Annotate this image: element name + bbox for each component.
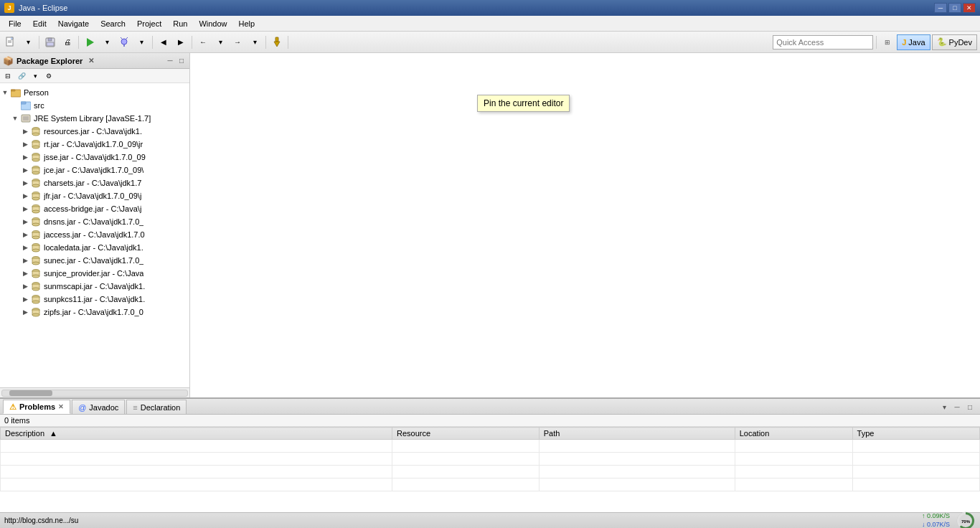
toolbar-save-btn[interactable]	[42, 34, 58, 50]
bottom-panel-menu-btn[interactable]: ▾	[938, 401, 950, 412]
svg-point-29	[32, 159, 39, 161]
toggle-jce-jar[interactable]: ▶	[20, 165, 30, 175]
problems-tab-close-btn[interactable]: ✕	[58, 403, 64, 410]
col-header-type[interactable]: Type	[852, 428, 979, 440]
title-bar-left: J Java - Eclipse	[4, 3, 67, 13]
menu-run[interactable]: Run	[167, 16, 193, 31]
rt-jar-label: rt.jar - C:\Java\jdk1.7.0_09\jr	[44, 140, 143, 148]
tree-item-dnsns-jar[interactable]: ▶ dnsns.jar - C:\Java\jdk1.7.0_	[0, 215, 189, 228]
resource-col-label: Resource	[397, 429, 430, 438]
horizontal-scrollbar[interactable]	[0, 387, 189, 397]
link-editor-btn[interactable]: 🔗	[15, 70, 28, 82]
menu-file[interactable]: File	[3, 16, 27, 31]
menu-help[interactable]: Help	[233, 16, 261, 31]
toolbar-new-dropdown[interactable]: ▾	[20, 34, 36, 50]
scroll-track[interactable]	[1, 390, 188, 397]
tree-item-jre[interactable]: ▼ JRE System Library [JavaSE-1.7]	[0, 112, 189, 125]
bottom-panel-minimize-btn[interactable]: ─	[951, 401, 963, 412]
toolbar-run-dropdown[interactable]: ▾	[99, 34, 115, 50]
toggle-resources-jar[interactable]: ▶	[20, 126, 30, 136]
tree-item-sunjce-provider-jar[interactable]: ▶ sunjce_provider.jar - C:\Java	[0, 267, 189, 280]
tab-problems[interactable]: ⚠ Problems ✕	[3, 400, 70, 414]
toolbar-open-perspective-btn[interactable]: ⊞	[880, 34, 895, 50]
bottom-panel-maximize-btn[interactable]: □	[964, 401, 976, 412]
toggle-jre[interactable]: ▼	[10, 113, 20, 123]
col-header-resource[interactable]: Resource	[392, 428, 540, 440]
toolbar-run-btn[interactable]	[82, 34, 98, 50]
location-col-label: Location	[740, 429, 770, 438]
separator-2	[78, 36, 79, 49]
toggle-sunpkcs11-jar[interactable]: ▶	[20, 294, 30, 304]
toolbar-print-btn[interactable]: 🖨	[60, 34, 75, 50]
pe-view-menu-btn[interactable]: ▾	[29, 70, 42, 82]
toggle-dnsns-jar[interactable]: ▶	[20, 217, 30, 227]
toolbar-next-btn[interactable]: →	[230, 34, 245, 50]
perspective-pydev-btn[interactable]: 🐍 PyDev	[932, 34, 977, 50]
jar-icon	[30, 126, 42, 137]
tree-item-src[interactable]: src	[0, 99, 189, 112]
toolbar-pin-editor-btn[interactable]	[269, 34, 285, 50]
tree-item-jfr-jar[interactable]: ▶ jfr.jar - C:\Java\jdk1.7.0_09\j	[0, 189, 189, 202]
toolbar-prev-dropdown[interactable]: ▾	[212, 34, 228, 50]
toolbar-debug-dropdown[interactable]: ▾	[133, 34, 149, 50]
tree-item-localedata-jar[interactable]: ▶ localedata.jar - C:\Java\jdk1.	[0, 241, 189, 254]
tab-declaration[interactable]: ≡ Declaration	[126, 400, 187, 414]
toggle-charsets-jar[interactable]: ▶	[20, 178, 30, 188]
toggle-jfr-jar[interactable]: ▶	[20, 191, 30, 201]
tree-item-resources-jar[interactable]: ▶ resources.jar - C:\Java\jdk1.	[0, 125, 189, 138]
tree-item-jce-jar[interactable]: ▶ jce.jar - C:\Java\jdk1.7.0_09\	[0, 164, 189, 176]
tree-item-person[interactable]: ▼ Person	[0, 86, 189, 99]
toggle-src[interactable]	[10, 100, 20, 110]
tree-item-sunpkcs11-jar[interactable]: ▶ sunpkcs11.jar - C:\Java\jdk1.	[0, 293, 189, 306]
tree-item-jsse-jar[interactable]: ▶ jsse.jar - C:\Java\jdk1.7.0_09	[0, 151, 189, 164]
toggle-sunec-jar[interactable]: ▶	[20, 255, 30, 265]
toggle-sunmscapi-jar[interactable]: ▶	[20, 281, 30, 291]
src-label: src	[34, 101, 44, 110]
separator-1	[39, 36, 39, 49]
scroll-thumb[interactable]	[9, 390, 52, 396]
menu-window[interactable]: Window	[193, 16, 232, 31]
pe-settings-icon[interactable]: ⚙	[42, 70, 55, 82]
perspective-java-btn[interactable]: J Java	[897, 34, 930, 50]
sunpkcs11-jar-label: sunpkcs11.jar - C:\Java\jdk1.	[44, 295, 145, 303]
menu-navigate[interactable]: Navigate	[52, 16, 95, 31]
maximize-button[interactable]: □	[948, 3, 961, 13]
package-explorer-close-icon[interactable]: ✕	[88, 57, 94, 65]
toggle-localedata-jar[interactable]: ▶	[20, 242, 30, 253]
toggle-person[interactable]: ▼	[0, 88, 10, 98]
minimize-view-button[interactable]: ─	[165, 56, 175, 66]
toolbar-prev-btn[interactable]: ←	[195, 34, 211, 50]
minimize-button[interactable]: ─	[934, 3, 947, 13]
menu-project[interactable]: Project	[131, 16, 167, 31]
tree-item-access-bridge-jar[interactable]: ▶ access-bridge.jar - C:\Java\j	[0, 202, 189, 215]
quick-access-input[interactable]	[773, 35, 873, 50]
col-header-path[interactable]: Path	[539, 428, 735, 440]
toolbar-prev-edit-btn[interactable]: ◀	[156, 34, 171, 50]
svg-point-59	[32, 288, 39, 291]
maximize-view-button[interactable]: □	[176, 56, 187, 66]
menu-edit[interactable]: Edit	[27, 16, 52, 31]
tree-item-zipfs-jar[interactable]: ▶ zipfs.jar - C:\Java\jdk1.7.0_0	[0, 306, 189, 319]
tree-item-sunmscapi-jar[interactable]: ▶ sunmscapi.jar - C:\Java\jdk1.	[0, 280, 189, 293]
toggle-jaccess-jar[interactable]: ▶	[20, 230, 30, 240]
tab-javadoc[interactable]: @ Javadoc	[72, 400, 125, 414]
toolbar-debug-btn[interactable]	[116, 34, 132, 50]
close-button[interactable]: ✕	[963, 3, 976, 13]
package-explorer-toolbar: ⊟ 🔗 ▾ ⚙	[0, 69, 189, 83]
toolbar-next-dropdown[interactable]: ▾	[247, 34, 263, 50]
toggle-sunjce-provider-jar[interactable]: ▶	[20, 268, 30, 278]
tree-item-sunec-jar[interactable]: ▶ sunec.jar - C:\Java\jdk1.7.0_	[0, 254, 189, 267]
menu-search[interactable]: Search	[95, 16, 131, 31]
tree-item-rt-jar[interactable]: ▶ rt.jar - C:\Java\jdk1.7.0_09\jr	[0, 138, 189, 151]
tree-item-jaccess-jar[interactable]: ▶ jaccess.jar - C:\Java\jdk1.7.0	[0, 228, 189, 241]
toggle-access-bridge-jar[interactable]: ▶	[20, 204, 30, 214]
col-header-description[interactable]: Description ▲	[1, 428, 392, 440]
tree-item-charsets-jar[interactable]: ▶ charsets.jar - C:\Java\jdk1.7	[0, 176, 189, 189]
toolbar-next-edit-btn[interactable]: ▶	[173, 34, 189, 50]
toggle-rt-jar[interactable]: ▶	[20, 139, 30, 149]
collapse-all-btn[interactable]: ⊟	[1, 70, 14, 82]
col-header-location[interactable]: Location	[735, 428, 852, 440]
toolbar-new-btn[interactable]	[3, 34, 19, 50]
toggle-zipfs-jar[interactable]: ▶	[20, 307, 30, 317]
toggle-jsse-jar[interactable]: ▶	[20, 152, 30, 162]
